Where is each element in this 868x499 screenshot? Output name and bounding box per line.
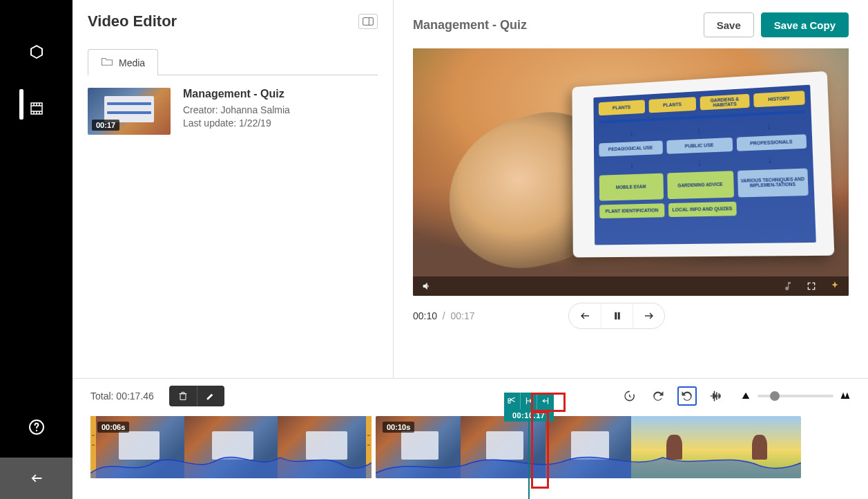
back-button[interactable] [0,458,73,499]
left-rail [0,0,73,499]
zoom-in-icon [840,391,850,401]
chip: VARIOUS TECHNIQUES AND IMPLEMEN-TATIONS [737,168,808,197]
video-preview[interactable]: PLANTS PLANTS GARDENS & HABITATS HISTORY… [413,48,849,296]
cube-icon[interactable] [26,41,47,62]
zoom-slider[interactable] [741,391,850,401]
zoom-out-icon [741,391,751,401]
save-button[interactable]: Save [704,12,754,37]
timeline-toolbar: Total: 00:17.46 [73,379,868,406]
panel-layout-toggle[interactable] [358,14,378,29]
chip: MOBILE EXAM [599,173,664,201]
filmstrip-icon[interactable] [26,98,47,119]
folder-icon [101,57,113,68]
pause-button[interactable] [601,303,633,328]
redo-button[interactable] [648,386,668,406]
media-title: Management - Quiz [183,88,290,100]
playhead-time: 00:10.17 [504,409,554,422]
help-icon[interactable] [27,417,46,437]
chip: PLANT IDENTIFICATION [599,203,664,218]
expand-icon[interactable] [804,279,818,293]
chip: GARDENS & HABITATS [700,94,750,111]
volume-icon[interactable] [420,279,434,293]
duration-badge: 00:17 [92,120,119,131]
timeline-clip[interactable]: 00:06s [90,416,372,478]
waveform-button[interactable] [706,386,726,406]
set-in-icon[interactable] [520,393,537,409]
media-creator: Creator: Johanna Salmia [183,104,290,115]
next-button[interactable] [633,303,664,328]
music-icon[interactable] [781,279,795,293]
timeline-clip[interactable]: 00:10s [376,416,801,478]
chip: LOCAL INFO AND QUIZES [668,202,737,217]
tab-media[interactable]: Media [88,49,158,75]
prev-button[interactable] [569,303,601,328]
chip: PLANTS [599,100,645,115]
save-copy-button[interactable]: Save a Copy [761,12,849,37]
edit-clip-button[interactable] [197,386,224,406]
undo-button[interactable] [677,386,697,406]
sparkle-icon[interactable] [828,279,842,293]
panel-title: Video Editor [88,12,177,30]
media-item[interactable]: 00:17 Management - Quiz Creator: Johanna… [88,88,378,135]
svg-rect-2 [363,18,374,26]
timeline[interactable]: 00:06s00:10s00:10.17 [73,406,868,499]
set-out-icon[interactable] [537,393,553,409]
playhead[interactable]: 00:10.17 [504,393,554,499]
chip: PUBLIC USE [666,138,733,154]
transport-controls [568,303,665,329]
time-display: 00:10 / 00:17 [413,310,475,321]
history-button[interactable] [619,386,639,406]
tablet-screen: PLANTS PLANTS GARDENS & HABITATS HISTORY… [593,85,816,245]
preview-panel: Management - Quiz Save Save a Copy PLANT… [394,0,868,378]
chip: PEDAGOGICAL USE [599,140,662,156]
tab-label: Media [119,57,145,68]
clip-label: 00:06s [97,422,129,433]
chip: PLANTS [648,97,696,113]
media-panel: Video Editor Media [73,0,394,378]
zoom-knob[interactable] [770,391,780,401]
clip-label: 00:10s [383,422,414,433]
chip: GARDENING ADVICE [667,171,734,199]
media-thumbnail: 00:17 [88,88,171,135]
total-duration: Total: 00:17.46 [90,390,154,402]
media-updated: Last update: 1/22/19 [183,117,290,129]
chip: HISTORY [753,91,804,107]
chip: PROFESSIONALS [737,134,807,151]
scissors-icon[interactable] [504,393,520,409]
delete-clip-button[interactable] [169,386,197,406]
preview-title: Management - Quiz [413,18,527,32]
svg-point-1 [35,430,37,431]
